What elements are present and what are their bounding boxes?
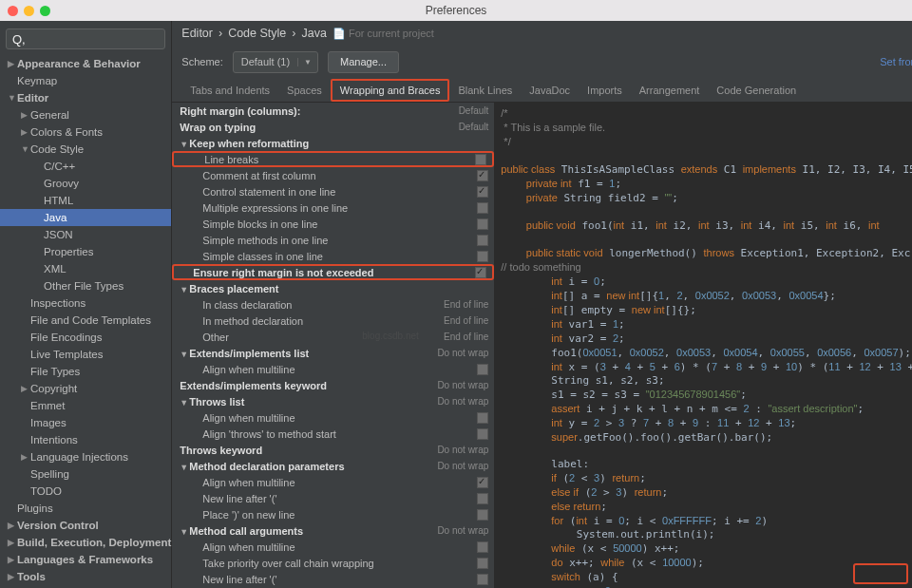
option-take-priority-over-call-chain-wrapping[interactable]: Take priority over call chain wrapping <box>172 555 494 571</box>
tab-wrapping-and-braces[interactable]: Wrapping and Braces <box>331 79 450 102</box>
sidebar-item-spelling[interactable]: Spelling <box>0 465 171 483</box>
options-panel: blog.csdb.net Right margin (columns):Def… <box>172 103 495 588</box>
sidebar-item-emmet[interactable]: Emmet <box>0 397 171 414</box>
highlight-bottom <box>853 563 908 584</box>
scheme-label: Scheme: <box>181 56 222 67</box>
checkbox[interactable] <box>477 428 488 440</box>
sidebar-item-groovy[interactable]: Groovy <box>0 175 171 192</box>
option-throws-list: ▼Throws listDo not wrap <box>172 393 494 409</box>
sidebar-item-file-encodings[interactable]: File Encodings <box>0 329 171 346</box>
checkbox[interactable] <box>477 364 488 375</box>
checkbox[interactable] <box>477 541 488 553</box>
sidebar-item-html[interactable]: HTML <box>0 192 171 209</box>
option-new-line-after-[interactable]: New line after '(' <box>172 490 494 506</box>
option-align-when-multiline[interactable]: Align when multiline <box>172 409 494 426</box>
sidebar-item-other-file-types[interactable]: Other File Types <box>0 277 171 294</box>
tab-tabs-and-indents[interactable]: Tabs and Indents <box>181 80 278 101</box>
sidebar-item-languages-frameworks[interactable]: ▶Languages & Frameworks <box>0 551 171 568</box>
minimize-icon[interactable] <box>24 6 34 16</box>
settings-tree: ▶Appearance & BehaviorKeymap▼Editor▶Gene… <box>0 55 171 588</box>
set-from-link[interactable]: Set from... <box>880 56 912 67</box>
window-title: Preferences <box>426 4 487 17</box>
manage-button[interactable]: Manage... <box>328 51 399 73</box>
option-ensure-right-margin-is-not-exceeded[interactable]: Ensure right margin is not exceeded <box>172 264 494 280</box>
window-controls <box>8 6 50 16</box>
tab-imports[interactable]: Imports <box>579 80 631 101</box>
option-align-when-multiline[interactable]: Align when multiline <box>172 539 494 555</box>
option-extends-implements-list: ▼Extends/implements listDo not wrap <box>172 345 494 361</box>
checkbox[interactable] <box>475 267 486 278</box>
checkbox[interactable] <box>477 186 488 198</box>
option-align-throws-to-method-start[interactable]: Align 'throws' to method start <box>172 426 494 442</box>
maximize-icon[interactable] <box>40 6 50 16</box>
tab-spaces[interactable]: Spaces <box>278 80 331 101</box>
option-simple-methods-in-one-line[interactable]: Simple methods in one line <box>172 232 494 248</box>
option-line-breaks[interactable]: Line breaks <box>172 151 494 167</box>
scheme-select[interactable]: Default (1) ▼ <box>233 51 318 73</box>
checkbox[interactable] <box>477 412 488 424</box>
sidebar-item-c-c-[interactable]: C/C++ <box>0 158 171 175</box>
sidebar-item-file-and-code-templates[interactable]: File and Code Templates <box>0 312 171 329</box>
breadcrumb-b: Code Style <box>228 27 286 40</box>
option-control-statement-in-one-line[interactable]: Control statement in one line <box>172 183 494 199</box>
option-align-when-multiline[interactable]: Align when multiline <box>172 361 494 377</box>
tabs: Tabs and IndentsSpacesWrapping and Brace… <box>172 78 912 103</box>
option-braces-placement: ▼Braces placement <box>172 280 494 296</box>
sidebar-item-properties[interactable]: Properties <box>0 243 171 260</box>
search-input[interactable] <box>6 28 165 49</box>
sidebar-item-live-templates[interactable]: Live Templates <box>0 346 171 363</box>
sidebar-item-build-execution-deployment[interactable]: ▶Build, Execution, Deployment <box>0 534 171 551</box>
option-method-call-arguments: ▼Method call argumentsDo not wrap <box>172 522 494 539</box>
option-simple-blocks-in-one-line[interactable]: Simple blocks in one line <box>172 216 494 232</box>
checkbox[interactable] <box>477 493 488 504</box>
sidebar-item-language-injections[interactable]: ▶Language Injections <box>0 448 171 465</box>
checkbox[interactable] <box>477 235 488 246</box>
sidebar-item-todo[interactable]: TODO <box>0 483 171 500</box>
sidebar-item-appearance-behavior[interactable]: ▶Appearance & Behavior <box>0 55 171 72</box>
close-icon[interactable] <box>8 6 18 16</box>
content-pane: Editor › Code Style › Java 📄 For current… <box>172 21 912 588</box>
checkbox[interactable] <box>477 170 488 181</box>
sidebar-item-json[interactable]: JSON <box>0 226 171 243</box>
option-new-line-after-[interactable]: New line after '(' <box>172 571 494 587</box>
option-place-on-new-line[interactable]: Place ')' on new line <box>172 506 494 522</box>
checkbox[interactable] <box>477 218 488 230</box>
checkbox[interactable] <box>477 574 488 585</box>
code-preview: /* * This is a sample file. */ public cl… <box>495 103 912 588</box>
checkbox[interactable] <box>477 477 488 488</box>
sidebar-item-colors-fonts[interactable]: ▶Colors & Fonts <box>0 123 171 141</box>
sidebar-item-keymap[interactable]: Keymap <box>0 72 171 89</box>
tab-code-generation[interactable]: Code Generation <box>708 80 805 101</box>
sidebar-item-xml[interactable]: XML <box>0 260 171 277</box>
tab-arrangement[interactable]: Arrangement <box>631 80 709 101</box>
sidebar-item-java[interactable]: Java <box>0 209 171 226</box>
tab-blank-lines[interactable]: Blank Lines <box>449 80 521 101</box>
option-align-when-multiline[interactable]: Align when multiline <box>172 474 494 490</box>
sidebar-item-version-control[interactable]: ▶Version Control <box>0 517 171 534</box>
sidebar-item-intentions[interactable]: Intentions <box>0 431 171 448</box>
checkbox[interactable] <box>477 202 488 214</box>
option-comment-at-first-column[interactable]: Comment at first column <box>172 167 494 183</box>
search-box <box>6 28 165 49</box>
sidebar-item-images[interactable]: Images <box>0 414 171 431</box>
chevron-down-icon: ▼ <box>297 58 317 66</box>
sidebar: ▶Appearance & BehaviorKeymap▼Editor▶Gene… <box>0 21 172 588</box>
option-wrap-on-typing: Wrap on typingDefault <box>172 119 494 135</box>
sidebar-item-code-style[interactable]: ▼Code Style <box>0 141 171 158</box>
option-multiple-expressions-in-one-line[interactable]: Multiple expressions in one line <box>172 199 494 216</box>
sidebar-item-plugins[interactable]: Plugins <box>0 500 171 517</box>
sidebar-item-general[interactable]: ▶General <box>0 106 171 123</box>
sidebar-item-file-types[interactable]: File Types <box>0 363 171 380</box>
sidebar-item-editor[interactable]: ▼Editor <box>0 89 171 106</box>
checkbox[interactable] <box>477 558 488 569</box>
option-throws-keyword: Throws keywordDo not wrap <box>172 442 494 458</box>
checkbox[interactable] <box>475 154 486 165</box>
tab-javadoc[interactable]: JavaDoc <box>521 80 579 101</box>
option-simple-classes-in-one-line[interactable]: Simple classes in one line <box>172 248 494 264</box>
option-other: OtherEnd of line <box>172 329 494 345</box>
sidebar-item-copyright[interactable]: ▶Copyright <box>0 380 171 397</box>
sidebar-item-inspections[interactable]: Inspections <box>0 294 171 312</box>
checkbox[interactable] <box>477 251 488 262</box>
checkbox[interactable] <box>477 509 488 521</box>
sidebar-item-tools[interactable]: ▶Tools <box>0 568 171 585</box>
